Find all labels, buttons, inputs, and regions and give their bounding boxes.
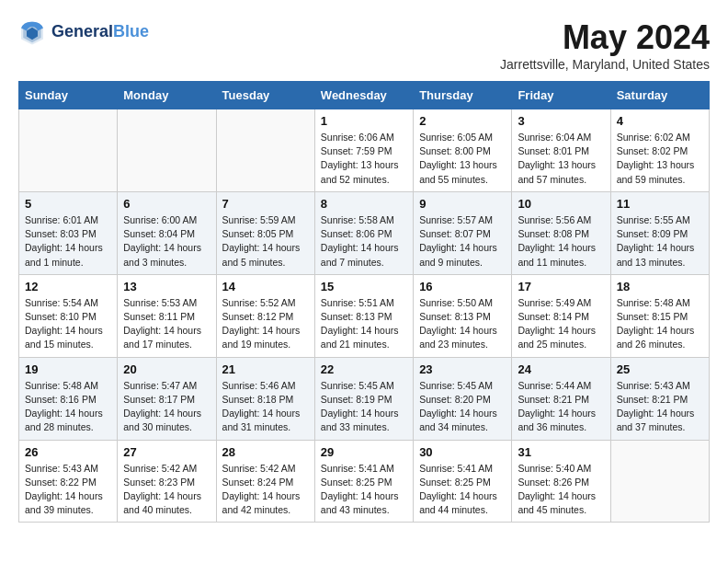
day-info: Sunrise: 5:40 AMSunset: 8:26 PMDaylight:…: [518, 462, 604, 518]
calendar-day-18: 18Sunrise: 5:48 AMSunset: 8:15 PMDayligh…: [610, 274, 709, 357]
day-info: Sunrise: 5:45 AMSunset: 8:20 PMDaylight:…: [419, 379, 506, 435]
day-number: 4: [617, 114, 703, 128]
day-info: Sunrise: 5:48 AMSunset: 8:16 PMDaylight:…: [25, 379, 111, 435]
day-number: 29: [321, 445, 407, 459]
calendar-day-27: 27Sunrise: 5:42 AMSunset: 8:23 PMDayligh…: [118, 440, 216, 523]
calendar-day-9: 9Sunrise: 5:57 AMSunset: 8:07 PMDaylight…: [414, 191, 512, 274]
day-info: Sunrise: 5:44 AMSunset: 8:21 PMDaylight:…: [518, 379, 604, 435]
calendar-day-31: 31Sunrise: 5:40 AMSunset: 8:26 PMDayligh…: [512, 440, 610, 523]
month-title: May 2024: [500, 18, 710, 57]
calendar-day-15: 15Sunrise: 5:51 AMSunset: 8:13 PMDayligh…: [314, 274, 413, 357]
day-number: 9: [419, 197, 506, 211]
logo-icon: [18, 18, 46, 46]
calendar-week-row: 1Sunrise: 6:06 AMSunset: 7:59 PMDaylight…: [19, 109, 710, 192]
day-number: 31: [518, 445, 604, 459]
day-number: 14: [222, 280, 309, 293]
day-number: 10: [518, 197, 604, 211]
day-info: Sunrise: 5:58 AMSunset: 8:06 PMDaylight:…: [321, 213, 407, 270]
calendar-day-29: 29Sunrise: 5:41 AMSunset: 8:25 PMDayligh…: [314, 440, 413, 523]
day-info: Sunrise: 6:00 AMSunset: 8:04 PMDaylight:…: [123, 213, 210, 270]
title-block: May 2024 Jarrettsville, Maryland, United…: [500, 18, 710, 72]
day-info: Sunrise: 5:46 AMSunset: 8:18 PMDaylight:…: [222, 379, 309, 435]
day-number: 19: [25, 362, 111, 376]
calendar-day-8: 8Sunrise: 5:58 AMSunset: 8:06 PMDaylight…: [314, 191, 413, 274]
day-info: Sunrise: 5:41 AMSunset: 8:25 PMDaylight:…: [321, 462, 407, 518]
empty-day-cell: [610, 440, 709, 523]
day-info: Sunrise: 5:56 AMSunset: 8:08 PMDaylight:…: [518, 213, 604, 270]
day-number: 13: [123, 280, 210, 293]
day-number: 20: [123, 362, 210, 376]
day-info: Sunrise: 6:04 AMSunset: 8:01 PMDaylight:…: [518, 131, 604, 187]
day-number: 28: [222, 445, 309, 459]
day-number: 11: [617, 197, 703, 211]
day-info: Sunrise: 5:50 AMSunset: 8:13 PMDaylight:…: [419, 296, 506, 352]
day-number: 7: [222, 197, 309, 211]
calendar-day-12: 12Sunrise: 5:54 AMSunset: 8:10 PMDayligh…: [19, 274, 118, 357]
calendar-day-24: 24Sunrise: 5:44 AMSunset: 8:21 PMDayligh…: [512, 357, 610, 440]
calendar-day-7: 7Sunrise: 5:59 AMSunset: 8:05 PMDaylight…: [216, 191, 314, 274]
day-number: 2: [419, 114, 506, 128]
calendar-day-23: 23Sunrise: 5:45 AMSunset: 8:20 PMDayligh…: [414, 357, 512, 440]
calendar-day-26: 26Sunrise: 5:43 AMSunset: 8:22 PMDayligh…: [19, 440, 118, 523]
day-number: 12: [25, 280, 111, 293]
day-info: Sunrise: 6:05 AMSunset: 8:00 PMDaylight:…: [419, 131, 506, 187]
weekday-header-tuesday: Tuesday: [216, 82, 314, 109]
calendar-day-13: 13Sunrise: 5:53 AMSunset: 8:11 PMDayligh…: [118, 274, 216, 357]
day-number: 6: [123, 197, 210, 211]
day-info: Sunrise: 5:45 AMSunset: 8:19 PMDaylight:…: [321, 379, 407, 435]
logo-text: GeneralBlue: [51, 23, 149, 41]
calendar-day-28: 28Sunrise: 5:42 AMSunset: 8:24 PMDayligh…: [216, 440, 314, 523]
day-number: 24: [518, 362, 604, 376]
calendar-day-25: 25Sunrise: 5:43 AMSunset: 8:21 PMDayligh…: [610, 357, 709, 440]
day-info: Sunrise: 5:53 AMSunset: 8:11 PMDaylight:…: [123, 296, 210, 352]
day-number: 15: [321, 280, 407, 293]
weekday-header-thursday: Thursday: [414, 82, 512, 109]
day-number: 8: [321, 197, 407, 211]
day-number: 3: [518, 114, 604, 128]
day-number: 27: [123, 445, 210, 459]
calendar-day-2: 2Sunrise: 6:05 AMSunset: 8:00 PMDaylight…: [414, 109, 512, 192]
calendar-day-22: 22Sunrise: 5:45 AMSunset: 8:19 PMDayligh…: [314, 357, 413, 440]
day-number: 30: [419, 445, 506, 459]
weekday-header-friday: Friday: [512, 82, 610, 109]
empty-day-cell: [216, 109, 314, 192]
weekday-header-wednesday: Wednesday: [314, 82, 413, 109]
calendar-table: SundayMondayTuesdayWednesdayThursdayFrid…: [18, 81, 710, 523]
calendar-day-21: 21Sunrise: 5:46 AMSunset: 8:18 PMDayligh…: [216, 357, 314, 440]
empty-day-cell: [19, 109, 118, 192]
calendar-day-30: 30Sunrise: 5:41 AMSunset: 8:25 PMDayligh…: [414, 440, 512, 523]
calendar-week-row: 26Sunrise: 5:43 AMSunset: 8:22 PMDayligh…: [19, 440, 710, 523]
calendar-day-11: 11Sunrise: 5:55 AMSunset: 8:09 PMDayligh…: [610, 191, 709, 274]
day-info: Sunrise: 5:51 AMSunset: 8:13 PMDaylight:…: [321, 296, 407, 352]
calendar-day-1: 1Sunrise: 6:06 AMSunset: 7:59 PMDaylight…: [314, 109, 413, 192]
day-number: 1: [321, 114, 407, 128]
day-number: 16: [419, 280, 506, 293]
calendar-week-row: 5Sunrise: 6:01 AMSunset: 8:03 PMDaylight…: [19, 191, 710, 274]
day-info: Sunrise: 6:01 AMSunset: 8:03 PMDaylight:…: [25, 213, 111, 270]
day-info: Sunrise: 5:48 AMSunset: 8:15 PMDaylight:…: [617, 296, 703, 352]
logo: GeneralBlue: [18, 18, 149, 46]
day-info: Sunrise: 5:43 AMSunset: 8:22 PMDaylight:…: [25, 462, 111, 518]
calendar-day-19: 19Sunrise: 5:48 AMSunset: 8:16 PMDayligh…: [19, 357, 118, 440]
calendar-day-16: 16Sunrise: 5:50 AMSunset: 8:13 PMDayligh…: [414, 274, 512, 357]
day-number: 22: [321, 362, 407, 376]
calendar-day-20: 20Sunrise: 5:47 AMSunset: 8:17 PMDayligh…: [118, 357, 216, 440]
calendar-day-10: 10Sunrise: 5:56 AMSunset: 8:08 PMDayligh…: [512, 191, 610, 274]
calendar-week-row: 19Sunrise: 5:48 AMSunset: 8:16 PMDayligh…: [19, 357, 710, 440]
day-number: 18: [617, 280, 703, 293]
day-info: Sunrise: 5:41 AMSunset: 8:25 PMDaylight:…: [419, 462, 506, 518]
day-info: Sunrise: 5:55 AMSunset: 8:09 PMDaylight:…: [617, 213, 703, 270]
day-info: Sunrise: 5:57 AMSunset: 8:07 PMDaylight:…: [419, 213, 506, 270]
day-number: 17: [518, 280, 604, 293]
day-info: Sunrise: 5:47 AMSunset: 8:17 PMDaylight:…: [123, 379, 210, 435]
calendar-day-4: 4Sunrise: 6:02 AMSunset: 8:02 PMDaylight…: [610, 109, 709, 192]
calendar-day-6: 6Sunrise: 6:00 AMSunset: 8:04 PMDaylight…: [118, 191, 216, 274]
calendar-day-3: 3Sunrise: 6:04 AMSunset: 8:01 PMDaylight…: [512, 109, 610, 192]
calendar-day-14: 14Sunrise: 5:52 AMSunset: 8:12 PMDayligh…: [216, 274, 314, 357]
page-header: GeneralBlue May 2024 Jarrettsville, Mary…: [18, 18, 710, 72]
weekday-header-monday: Monday: [118, 82, 216, 109]
day-number: 21: [222, 362, 309, 376]
empty-day-cell: [118, 109, 216, 192]
day-info: Sunrise: 5:42 AMSunset: 8:24 PMDaylight:…: [222, 462, 309, 518]
calendar-week-row: 12Sunrise: 5:54 AMSunset: 8:10 PMDayligh…: [19, 274, 710, 357]
